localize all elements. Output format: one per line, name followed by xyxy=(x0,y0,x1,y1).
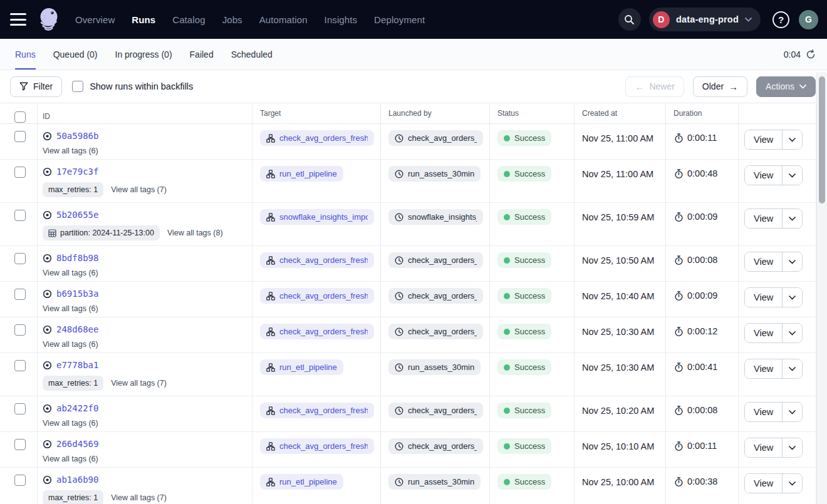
run-id-link[interactable]: b6915b3a xyxy=(56,289,98,299)
tab-in-progress[interactable]: In progress (0) xyxy=(115,39,172,69)
nav-item-deployment[interactable]: Deployment xyxy=(374,14,425,25)
view-dropdown-button[interactable] xyxy=(783,166,802,185)
nav-item-insights[interactable]: Insights xyxy=(325,14,358,25)
actions-button[interactable]: Actions xyxy=(756,76,816,97)
view-all-tags-link[interactable]: View all tags (6) xyxy=(43,455,98,463)
target-pill[interactable]: run_etl_pipeline xyxy=(260,359,343,375)
target-pill[interactable]: run_etl_pipeline xyxy=(260,474,343,490)
launched-by-pill[interactable]: check_avg_orders_f… xyxy=(388,324,483,339)
row-checkbox[interactable] xyxy=(14,167,26,178)
view-all-tags-link[interactable]: View all tags (6) xyxy=(43,419,98,428)
view-all-tags-link[interactable]: View all tags (6) xyxy=(43,269,98,277)
view-dropdown-button[interactable] xyxy=(783,252,802,271)
launched-by-pill[interactable]: check_avg_orders_f… xyxy=(388,403,483,418)
view-all-tags-link[interactable]: View all tags (8) xyxy=(167,229,223,237)
vertical-scrollbar-track[interactable] xyxy=(816,72,827,504)
search-button[interactable] xyxy=(618,8,641,31)
view-button[interactable]: View xyxy=(745,359,783,378)
view-all-tags-link[interactable]: View all tags (6) xyxy=(43,340,98,349)
target-pill[interactable]: check_avg_orders_freshne xyxy=(260,324,374,339)
nav-item-overview[interactable]: Overview xyxy=(75,14,115,25)
run-id-link[interactable]: 8bdf8b98 xyxy=(56,253,98,263)
row-checkbox[interactable] xyxy=(14,253,26,264)
nav-item-automation[interactable]: Automation xyxy=(259,14,308,25)
row-checkbox[interactable] xyxy=(14,403,26,414)
newer-button[interactable]: ← Newer xyxy=(625,76,684,97)
select-all-checkbox[interactable] xyxy=(14,111,26,123)
view-button[interactable]: View xyxy=(745,252,783,271)
run-tag-pill[interactable]: max_retries: 1 xyxy=(43,490,103,504)
run-id-link[interactable]: 5b20655e xyxy=(56,210,98,220)
row-checkbox[interactable] xyxy=(14,439,26,450)
hamburger-menu-icon[interactable] xyxy=(10,13,26,26)
run-tag-pill[interactable]: max_retries: 1 xyxy=(43,376,103,391)
view-dropdown-button[interactable] xyxy=(783,474,802,493)
tab-failed[interactable]: Failed xyxy=(190,39,214,69)
view-button[interactable]: View xyxy=(745,438,783,457)
view-dropdown-button[interactable] xyxy=(783,324,802,342)
row-checkbox[interactable] xyxy=(14,289,26,300)
run-id-link[interactable]: ab2422f0 xyxy=(56,403,98,413)
older-button[interactable]: Older → xyxy=(693,76,747,97)
view-button[interactable]: View xyxy=(745,324,783,342)
view-dropdown-button[interactable] xyxy=(783,359,802,378)
run-id-link[interactable]: 248d68ee xyxy=(56,324,98,334)
launched-by-pill[interactable]: snowflake_insights_… xyxy=(388,209,483,225)
view-all-tags-link[interactable]: View all tags (6) xyxy=(43,147,98,155)
view-dropdown-button[interactable] xyxy=(783,130,802,149)
target-pill[interactable]: check_avg_orders_freshne xyxy=(260,130,374,146)
view-all-tags-link[interactable]: View all tags (6) xyxy=(43,304,98,313)
view-dropdown-button[interactable] xyxy=(783,209,802,228)
launched-by-pill[interactable]: check_avg_orders_f… xyxy=(388,288,483,304)
view-dropdown-button[interactable] xyxy=(783,288,802,307)
help-button[interactable]: ? xyxy=(772,11,789,28)
run-id-link[interactable]: 50a5986b xyxy=(56,131,98,141)
tab-scheduled[interactable]: Scheduled xyxy=(231,39,273,69)
run-tag-pill[interactable]: partition: 2024-11-25-13:00 xyxy=(43,225,160,240)
run-id-link[interactable]: 17e79c3f xyxy=(56,167,98,177)
row-checkbox[interactable] xyxy=(14,360,26,371)
nav-item-runs[interactable]: Runs xyxy=(132,14,155,25)
launched-by-pill[interactable]: check_avg_orders_f… xyxy=(388,438,483,454)
target-pill[interactable]: run_etl_pipeline xyxy=(260,166,343,182)
dagster-logo[interactable] xyxy=(35,6,61,33)
tab-queued[interactable]: Queued (0) xyxy=(53,39,98,69)
row-checkbox[interactable] xyxy=(14,475,26,486)
nav-item-jobs[interactable]: Jobs xyxy=(222,14,242,25)
view-button[interactable]: View xyxy=(745,209,783,228)
target-pill[interactable]: check_avg_orders_freshne xyxy=(260,438,374,454)
launched-by-pill[interactable]: check_avg_orders_f… xyxy=(388,130,483,146)
run-id-link[interactable]: e7778ba1 xyxy=(56,360,98,370)
view-button[interactable]: View xyxy=(745,474,783,493)
target-pill[interactable]: check_avg_orders_freshne xyxy=(260,403,374,418)
deployment-switcher[interactable]: D data-eng-prod xyxy=(649,8,761,31)
run-tag-pill[interactable]: max_retries: 1 xyxy=(43,182,103,197)
view-dropdown-button[interactable] xyxy=(783,403,802,421)
view-all-tags-link[interactable]: View all tags (7) xyxy=(111,185,167,194)
user-avatar[interactable]: G xyxy=(799,10,818,29)
vertical-scrollbar-thumb[interactable] xyxy=(819,76,825,203)
run-id-link[interactable]: ab1a6b90 xyxy=(56,475,98,485)
filter-button[interactable]: Filter xyxy=(10,76,62,97)
launched-by-pill[interactable]: run_assets_30min xyxy=(388,359,481,375)
refresh-icon[interactable] xyxy=(806,49,816,59)
target-pill[interactable]: check_avg_orders_freshne xyxy=(260,288,374,304)
target-pill[interactable]: check_avg_orders_freshne xyxy=(260,252,374,268)
launched-by-pill[interactable]: run_assets_30min xyxy=(388,166,481,182)
backfills-checkbox[interactable] xyxy=(72,81,83,92)
view-button[interactable]: View xyxy=(745,130,783,149)
launched-by-pill[interactable]: run_assets_30min xyxy=(388,474,481,490)
view-button[interactable]: View xyxy=(745,403,783,421)
launched-by-pill[interactable]: check_avg_orders_f… xyxy=(388,252,483,268)
target-pill[interactable]: snowflake_insights_import xyxy=(260,209,374,225)
row-checkbox[interactable] xyxy=(14,324,26,336)
view-dropdown-button[interactable] xyxy=(783,438,802,457)
nav-item-catalog[interactable]: Catalog xyxy=(172,14,205,25)
run-id-link[interactable]: 266d4569 xyxy=(56,439,98,449)
tab-runs[interactable]: Runs xyxy=(15,39,36,69)
view-all-tags-link[interactable]: View all tags (7) xyxy=(111,379,167,388)
view-button[interactable]: View xyxy=(745,166,783,185)
view-button[interactable]: View xyxy=(745,288,783,307)
view-all-tags-link[interactable]: View all tags (7) xyxy=(111,493,167,502)
row-checkbox[interactable] xyxy=(14,210,26,221)
